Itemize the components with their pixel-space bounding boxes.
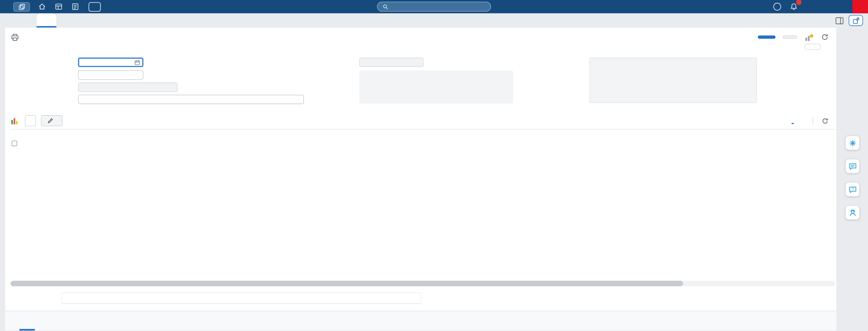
assistant-rail: ? bbox=[837, 28, 868, 331]
report-icon bbox=[71, 3, 79, 11]
refresh-button[interactable] bbox=[821, 33, 829, 41]
grid-menu-button[interactable] bbox=[25, 115, 36, 126]
reports-button[interactable] bbox=[70, 1, 81, 12]
windows-icon bbox=[18, 3, 25, 10]
konto-wn-field bbox=[62, 292, 421, 304]
layout-panels-button[interactable] bbox=[835, 17, 844, 24]
minimize-button[interactable] bbox=[822, 0, 837, 13]
maximize-button[interactable] bbox=[837, 0, 853, 13]
topbar bbox=[0, 0, 868, 13]
grid-toolbar bbox=[5, 113, 836, 128]
tab-document-preview[interactable] bbox=[37, 13, 57, 28]
help-icon bbox=[773, 3, 781, 11]
pencil-icon bbox=[47, 117, 54, 124]
workspace-switcher-button[interactable] bbox=[13, 2, 30, 12]
help-chat-icon: ? bbox=[848, 185, 857, 194]
bottom-tab-bar bbox=[5, 311, 836, 331]
table-header bbox=[11, 129, 835, 148]
menu-button[interactable] bbox=[2, 13, 19, 28]
document-form bbox=[5, 52, 836, 114]
close-document-button[interactable] bbox=[783, 36, 797, 39]
share-icon bbox=[852, 17, 859, 24]
divider bbox=[813, 117, 813, 125]
help-chat-button[interactable]: ? bbox=[845, 182, 860, 196]
assistant-button[interactable] bbox=[845, 136, 860, 150]
tab-sumy-walutowe[interactable] bbox=[35, 311, 50, 331]
home-icon bbox=[38, 3, 46, 11]
bottom-tabs-menu-icon[interactable] bbox=[8, 311, 19, 331]
close-window-button[interactable] bbox=[853, 0, 868, 13]
document-card bbox=[5, 28, 837, 331]
grid-refresh-button[interactable] bbox=[822, 117, 829, 124]
open-in-html-button[interactable] bbox=[89, 2, 101, 12]
refresh-icon bbox=[821, 33, 829, 41]
chart-view-button[interactable] bbox=[11, 117, 20, 125]
assistant-icon bbox=[848, 139, 857, 147]
save-button[interactable] bbox=[758, 36, 775, 39]
scrollbar-thumb[interactable] bbox=[11, 281, 683, 286]
chart-settings-button[interactable] bbox=[804, 33, 814, 42]
bar-chart-icon bbox=[11, 117, 19, 125]
show-settlement-button[interactable] bbox=[41, 115, 62, 126]
chart-gear-icon bbox=[804, 33, 814, 42]
document-info-box bbox=[590, 58, 757, 103]
horizontal-scrollbar[interactable] bbox=[11, 281, 835, 286]
data-dokumentu-input[interactable] bbox=[78, 70, 144, 80]
refresh-icon bbox=[822, 117, 829, 124]
view-dane-dodatkowe[interactable] bbox=[802, 119, 804, 123]
svg-text:?: ? bbox=[851, 187, 854, 191]
select-all-checkbox[interactable] bbox=[12, 140, 17, 146]
collapse-header-button[interactable] bbox=[804, 44, 821, 50]
opis-combobox[interactable] bbox=[78, 95, 304, 104]
panels-icon bbox=[835, 17, 844, 24]
chat-icon bbox=[848, 162, 857, 170]
search-icon bbox=[383, 4, 389, 10]
support-agent-icon bbox=[848, 208, 857, 217]
app-window: ? bbox=[0, 0, 868, 331]
tab-wymiary-kontrolingowe[interactable] bbox=[19, 311, 35, 331]
home-button[interactable] bbox=[37, 1, 48, 12]
entries-table bbox=[11, 129, 835, 275]
help-button[interactable] bbox=[772, 1, 782, 12]
chat-button[interactable] bbox=[845, 159, 860, 173]
table-icon bbox=[55, 3, 63, 11]
view-dane-podstawowe[interactable] bbox=[792, 119, 794, 123]
accounts-summary bbox=[5, 291, 836, 307]
printer-icon bbox=[11, 33, 19, 42]
more-menu-button[interactable] bbox=[805, 1, 816, 12]
grid-view-button[interactable] bbox=[53, 1, 64, 12]
tab-bar bbox=[0, 13, 868, 28]
support-agent-button[interactable] bbox=[845, 205, 860, 220]
kontrahent-combobox[interactable] bbox=[359, 58, 423, 67]
notification-badge bbox=[796, 0, 802, 5]
print-button[interactable] bbox=[11, 33, 21, 42]
tab-dowody[interactable] bbox=[19, 13, 36, 28]
data-dowodu-input[interactable] bbox=[78, 58, 144, 67]
open-external-button[interactable] bbox=[849, 15, 863, 26]
numer-dokumentu-input[interactable] bbox=[78, 82, 178, 92]
kontrahent-notes-area[interactable] bbox=[359, 70, 513, 104]
content-area: ? bbox=[0, 28, 868, 331]
calendar-icon[interactable] bbox=[134, 60, 140, 65]
global-search-input[interactable] bbox=[377, 2, 491, 12]
document-toolbar bbox=[5, 28, 836, 46]
notifications-button[interactable] bbox=[788, 1, 799, 12]
